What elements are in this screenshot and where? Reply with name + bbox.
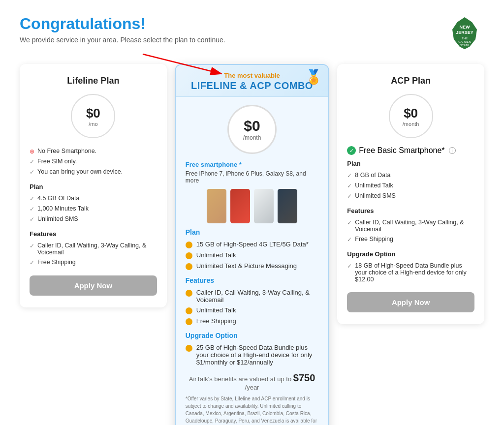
svg-text:NEW: NEW [460, 25, 471, 30]
check-icon: ✓ [30, 158, 34, 165]
acp-period: /month [403, 121, 419, 127]
check-icon: ✓ [347, 193, 352, 200]
check-icon: ✓ [347, 263, 352, 270]
svg-text:GARDEN: GARDEN [458, 40, 471, 43]
check-icon: ✓ [30, 259, 34, 266]
combo-features-label: Features [186, 276, 319, 284]
list-item: ⊗ No Free Smartphone. [30, 146, 157, 156]
page-title: Congratulations! [20, 15, 225, 33]
award-badge-icon: 🏅 [305, 69, 322, 85]
combo-plan-label: Plan [186, 228, 319, 236]
list-item: Unlimited Talk [186, 250, 319, 261]
list-item: Free Shipping [186, 316, 319, 327]
gold-dot-icon [186, 242, 192, 248]
gold-dot-icon [186, 252, 192, 259]
lifeline-features-list: ✓ Caller ID, Call Waiting, 3-Way Calling… [30, 241, 157, 268]
phones-row [186, 189, 319, 223]
header-text: Congratulations! We provide service in y… [20, 15, 225, 44]
check-icon: ✓ [30, 195, 34, 202]
check-icon: ✓ [30, 243, 34, 249]
lifeline-title: Lifeline Plan [30, 76, 157, 86]
combo-period: /month [243, 134, 261, 141]
combo-price-circle: $0 /month [227, 105, 277, 154]
acp-features-list: ✓ Caller ID, Call Waiting, 3-Way Calling… [347, 217, 474, 244]
gold-dot-icon [186, 318, 192, 325]
list-item: Unlimited Text & Picture Messaging [186, 261, 319, 272]
combo-price: $0 [244, 118, 260, 134]
list-item: ✓ 8 GB of Data [347, 170, 474, 181]
list-item: ✓ 4.5 GB Of Data [30, 193, 157, 204]
lifeline-apply-button[interactable]: Apply Now [30, 275, 157, 296]
airtalk-dollar-value: $750 [293, 372, 315, 383]
lifeline-plan-list: ✓ 4.5 GB Of Data ✓ 1,000 Minutes Talk ✓ … [30, 193, 157, 224]
list-item: ✓ Caller ID, Call Waiting, 3-Way Calling… [347, 217, 474, 234]
phone-image-red [230, 189, 250, 223]
acp-free-smartphone-row: ✓ Free Basic Smartphone* i [347, 146, 474, 155]
list-item: ✓ 1,000 Minutes Talk [30, 204, 157, 214]
check-icon: ✓ [347, 172, 352, 179]
x-icon: ⊗ [30, 148, 34, 155]
gold-dot-icon [186, 307, 192, 314]
combo-features-list: Caller ID, Call Waiting, 3-Way Calling, … [186, 287, 319, 327]
svg-text:THE: THE [462, 37, 468, 40]
gold-dot-icon [186, 263, 192, 270]
svg-text:JERSEY: JERSEY [456, 30, 473, 35]
airtalk-value-text: AirTalk's benefits are valued at up to $… [186, 372, 319, 391]
list-item: ✓ You can bring your own device. [30, 167, 157, 177]
page-wrapper: Congratulations! We provide service in y… [0, 0, 504, 425]
check-icon: ✓ [30, 169, 34, 176]
acp-features-label: Features [347, 207, 474, 214]
combo-disclaimer: *Offer varies by State, Lifeline and ACP… [186, 395, 319, 425]
acp-plan-label: Plan [347, 160, 474, 167]
gold-dot-icon [186, 290, 192, 297]
check-icon: ✓ [347, 182, 352, 189]
phone-image-dark [278, 189, 297, 223]
check-icon: ✓ [347, 236, 352, 243]
acp-upgrade-label: Upgrade Option [347, 250, 474, 258]
lifeline-period: /mo [89, 121, 97, 127]
lifeline-plan-label: Plan [30, 183, 157, 190]
combo-plan-list: 15 GB of High-Speed 4G LTE/5G Data* Unli… [186, 239, 319, 272]
combo-card: The most valuable LIFELINE & ACP COMBO 🏅… [175, 64, 330, 425]
gold-dot-icon [186, 345, 192, 352]
header-section: Congratulations! We provide service in y… [20, 15, 484, 54]
list-item: 25 GB of High-Speed Data Bundle plus you… [186, 342, 319, 367]
combo-upgrade-list: 25 GB of High-Speed Data Bundle plus you… [186, 342, 319, 367]
acp-price: $0 [404, 106, 418, 121]
cards-container: Lifeline Plan $0 /mo ⊗ No Free Smartphon… [20, 64, 484, 425]
combo-card-header: The most valuable LIFELINE & ACP COMBO 🏅 [176, 65, 329, 97]
phone-image-gold [207, 189, 226, 223]
acp-card: ACP Plan $0 /month ✓ Free Basic Smartpho… [337, 64, 484, 324]
most-valuable-label: The most valuable [184, 72, 321, 79]
list-item: ✓ Free Shipping [30, 257, 157, 268]
list-item: ✓ Unlimited SMS [347, 191, 474, 201]
list-item: 15 GB of High-Speed 4G LTE/5G Data* [186, 239, 319, 250]
list-item: ✓ Caller ID, Call Waiting, 3-Way Calling… [30, 241, 157, 257]
lifeline-features-label: Features [30, 230, 157, 238]
combo-free-smartphone-desc: Free iPhone 7, iPhone 6 Plus, Galaxy S8,… [186, 170, 319, 184]
lifeline-price: $0 [86, 106, 100, 121]
combo-title: LIFELINE & ACP COMBO [184, 80, 321, 91]
combo-upgrade-label: Upgrade Option [186, 332, 319, 339]
list-item: Caller ID, Call Waiting, 3-Way Calling, … [186, 287, 319, 305]
green-check-icon: ✓ [347, 146, 356, 155]
check-icon: ✓ [30, 216, 34, 223]
acp-free-smartphone-text: Free Basic Smartphone* [359, 146, 444, 155]
lifeline-price-circle: $0 /mo [71, 94, 115, 138]
combo-card-body: $0 /month Free smartphone * Free iPhone … [176, 97, 329, 425]
list-item: ✓ Free Shipping [347, 234, 474, 244]
list-item: ✓ 18 GB of High-Speed Data Bundle plus y… [347, 261, 474, 284]
page-subtitle: We provide service in your area. Please … [20, 36, 225, 44]
acp-plan-list: ✓ 8 GB of Data ✓ Unlimited Talk ✓ Unlimi… [347, 170, 474, 201]
nj-state-badge: NEW JERSEY THE GARDEN STATE [445, 15, 484, 54]
acp-price-circle: $0 /month [389, 94, 433, 138]
lifeline-card: Lifeline Plan $0 /mo ⊗ No Free Smartphon… [20, 64, 167, 307]
list-item: Unlimited Talk [186, 305, 319, 316]
list-item: ✓ Free SIM only. [30, 156, 157, 167]
acp-apply-button[interactable]: Apply Now [347, 292, 474, 312]
list-item: ✓ Unlimited SMS [30, 214, 157, 224]
check-icon: ✓ [30, 206, 34, 212]
combo-free-smartphone-label: Free smartphone * [186, 161, 319, 168]
acp-title: ACP Plan [347, 76, 474, 86]
phone-image-white [254, 189, 274, 223]
